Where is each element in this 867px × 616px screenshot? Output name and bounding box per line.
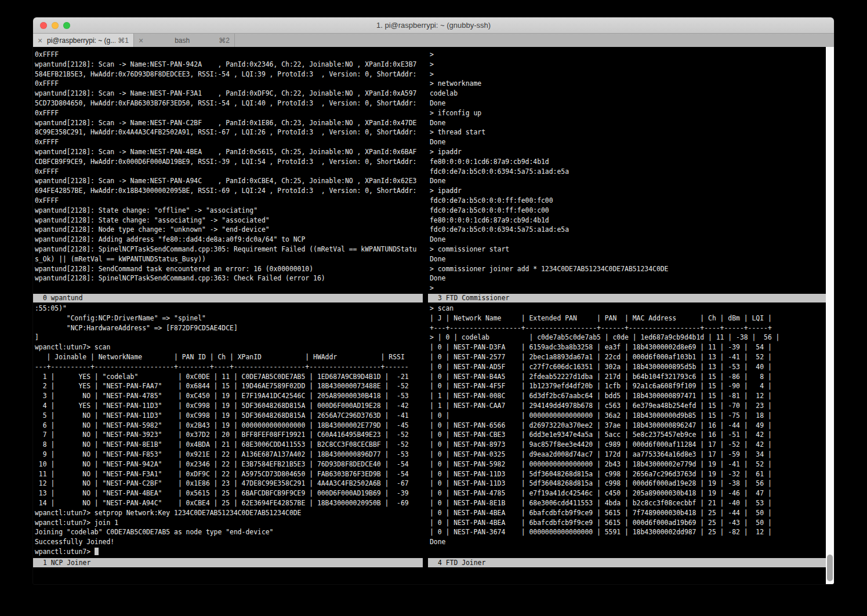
tab-close-icon[interactable]: × [38,36,47,45]
pane-ncp-joiner[interactable]: :55:05)" "Config:NCP:DriverName" => "spi… [35,304,422,557]
terminal-line: | J | Network Name | Extended PAN | PAN … [430,314,824,323]
terminal-line: fdc0:de7a:b5c0:0:0:ff:fe00:c00 [430,206,824,216]
terminal-line: | 0 | NEST-PAN-AD5F | c27f7c606dc16351 |… [430,362,824,372]
terminal-line: wpantund[2128]: Node type change: "unkno… [35,225,422,235]
terminal-line: "NCP:HardwareAddress" => [F872DF9CD5AE4D… [35,323,422,333]
terminal-line: | 0 | NEST-PAN-D3FA | 6159adc3ba8b3258 |… [430,342,824,352]
terminal-line: Done [430,176,824,186]
terminal-line: > [430,70,824,79]
terminal-line: 14 | NO | "NEST-PAN-A94C" | 0xCBE4 | 25 … [35,498,422,508]
terminal-line: wpantund[2128]: State change: "associati… [35,216,422,225]
window-title: 1. pi@raspberrypi: ~ (gnubby-ssh) [33,17,834,33]
terminal-line: > networkname [430,79,824,89]
terminal-line: > commissioner joiner add * 1234C0DE7AB5… [430,264,824,274]
tab-label: bash [148,37,216,45]
terminal-line: 0xFFFF [35,50,422,60]
terminal-line: | 0 | NEST-PAN-4785 | e7f19a41dc42546c |… [430,489,824,498]
terminal-line: Done [430,137,824,147]
close-window-icon[interactable] [40,22,47,29]
title-bar: 1. pi@raspberrypi: ~ (gnubby-ssh) [33,17,834,34]
terminal-line: | 0 | NEST-PAN-5982 | 0000000000000000 |… [430,460,824,469]
minimize-window-icon[interactable] [52,22,59,29]
terminal-line: wpantund[2128]: Scan -> Name:NEST-PAN-94… [35,60,422,70]
terminal-line: | 0 | NEST-PAN-6566 | d26973220a370ee2 |… [430,421,824,431]
terminal-content: 0xFFFFwpantund[2128]: Scan -> Name:NEST-… [33,47,834,584]
terminal-line: s_Ok) || (mRetVal == kWPANTUNDStatus_Bus… [35,254,422,264]
terminal-line: Done [430,537,824,547]
zoom-window-icon[interactable] [63,22,70,29]
terminal-line: 8C99E358C291, HwAddr:0x4A4A3C4FB2502A91,… [35,127,422,137]
pane-title-ftd-joiner: 4 FTD Joiner [428,558,826,567]
terminal-line: > [430,60,824,70]
terminal-line: wpanctl:utun7> join 1 [35,518,422,528]
terminal-line: :55:05)" [35,304,422,314]
terminal-line: 3 | NO | "NEST-PAN-4785" | 0xC450 | 19 |… [35,391,422,401]
terminal-line: Done [430,254,824,264]
terminal-line: 5 | NO | "NEST-PAN-11D3" | 0xC998 | 19 |… [35,411,422,421]
terminal-line: 13 | NO | "NEST-PAN-4BEA" | 0x5615 | 25 … [35,489,422,498]
terminal-line: > scan [430,304,824,314]
pane-title-ftd-commissioner: 3 FTD Commissioner [428,294,826,302]
terminal-line: fe80:0:0:0:1cd6:87a9:cb9d:4b1d [430,157,824,167]
terminal-line: 694FE42857BE, HwAddr:0x18B43000002095BE,… [35,186,422,196]
scrollbar[interactable] [826,47,834,584]
terminal-line: 4 | YES | "NEST-PAN-11D3" | 0xC998 | 19 … [35,401,422,411]
pane-wpantund[interactable]: 0xFFFFwpantund[2128]: Scan -> Name:NEST-… [35,50,422,283]
terminal-line: 1 | YES | "codelab" | 0xC0DE | 11 | C0DE… [35,372,422,382]
terminal-line: 0xFFFF [35,79,422,89]
terminal-line: > | 0 | codelab | c0de7ab5c0de7ab5 | c0d… [430,333,824,342]
terminal-line: fe80:0:0:0:1cd6:87a9:cb9d:4b1d [430,216,824,225]
terminal-line: 6 | NO | "NEST-PAN-5982" | 0x2B43 | 19 |… [35,421,422,431]
terminal-line: > ipaddr [430,186,824,196]
terminal-line: | 0 | NEST-PAN-11D3 | 5df36048268d815a |… [430,479,824,489]
terminal-line: 8 | NO | "NEST-PAN-8E1B" | 0x4BDA | 21 |… [35,440,422,450]
terminal-line: Done [430,274,824,283]
terminal-line: wpantund[2128]: Adding address "fe80::da… [35,235,422,245]
terminal-line: | 0 | NEST-PAN-11D3 | 5df36048268d815a |… [430,469,824,479]
terminal-line: fdc0:de7a:b5c0:0:0:ff:fe00:fc00 [430,196,824,206]
terminal-line: wpantund[2128]: SpinelNCPTaskSendCommand… [35,274,422,283]
terminal-cursor [95,548,99,555]
terminal-line: 0xFFFF [35,167,422,177]
terminal-line: Done [430,99,824,108]
terminal-line: Joining "codelab" C0DE7AB5C0DE7AB5 as no… [35,527,422,537]
scrollbar-thumb[interactable] [827,555,833,581]
terminal-line: | 0 | NEST-PAN-0325 | d9eaa2d008d74ac7 |… [430,450,824,460]
terminal-line: 10 | NO | "NEST-PAN-942A" | 0x2346 | 22 … [35,460,422,469]
terminal-line: "Config:NCP:DriverName" => "spinel" [35,314,422,323]
terminal-line: > [430,283,824,293]
terminal-line: | 0 | NEST-PAN-3674 | 0000000000000000 |… [430,527,824,537]
terminal-line: | 0 | NEST-PAN-2577 | 2bec1a8893da67a1 |… [430,352,824,362]
tab-close-icon[interactable]: × [139,36,148,45]
terminal-line: +---+------------------+----------------… [430,323,824,333]
terminal-line: | 0 | NEST-PAN-8973 | 9ac857f8ee3e4420 |… [430,440,824,450]
terminal-line: > ipaddr [430,147,824,157]
terminal-line: wpanctl:utun7> [35,547,422,557]
terminal-line: > ifconfig up [430,108,824,118]
terminal-line: 7 | NO | "NEST-PAN-3923" | 0x37D2 | 20 |… [35,430,422,440]
terminal-line: wpantund[2128]: SendCommand task encount… [35,264,422,274]
terminal-line: 584EFB21B5E3, HwAddr:0x76D93D8F8DEDCEE3,… [35,70,422,79]
tab-bar: × pi@raspberrypi: ~ (g... ⌘1 × bash ⌘2 [33,34,834,47]
terminal-line: > commissioner start [430,245,824,254]
terminal-line: 0xFFFF [35,108,422,118]
terminal-line: | 0 | NEST-PAN-B4A5 | 2fdeab52227d1dba |… [430,372,824,382]
terminal-line: | 0 | NEST-PAN-4BEA | 6bafcdbfcb9f9ce9 |… [430,518,824,528]
terminal-line: 0xFFFF [35,196,422,206]
terminal-line: | 1 | NEST-PAN-CAA7 | 294149dd4978b678 |… [430,401,824,411]
terminal-line: wpantund[2128]: Scan -> Name:NEST-PAN-A9… [35,176,422,186]
pane-ftd-joiner[interactable]: > scan| J | Network Name | Extended PAN … [430,304,824,547]
terminal-line: | 1 | NEST-PAN-008C | 6d3df2bc67aabc64 |… [430,391,824,401]
tab-bash[interactable]: × bash ⌘2 [134,34,235,47]
terminal-window: 1. pi@raspberrypi: ~ (gnubby-ssh) × pi@r… [33,17,834,584]
tab-label: pi@raspberrypi: ~ (g... [47,37,115,45]
terminal-line: | 0 | NEST-PAN-8E1B | 68e3006cdd411553 |… [430,498,824,508]
terminal-line: wpanctl:utun7> scan [35,342,422,352]
terminal-line: > thread start [430,127,824,137]
terminal-line: Done [430,118,824,128]
terminal-line: | 0 | NEST-PAN-4BEA | 6bafcdbfcb9f9ce9 |… [430,508,824,518]
terminal-line: 0xFFFF [35,137,422,147]
tab-shortcut: ⌘1 [118,37,129,45]
tab-pi-raspberrypi[interactable]: × pi@raspberrypi: ~ (g... ⌘1 [33,34,134,47]
pane-ftd-commissioner[interactable]: >>>> networknamecodelabDone> ifconfig up… [430,50,824,293]
